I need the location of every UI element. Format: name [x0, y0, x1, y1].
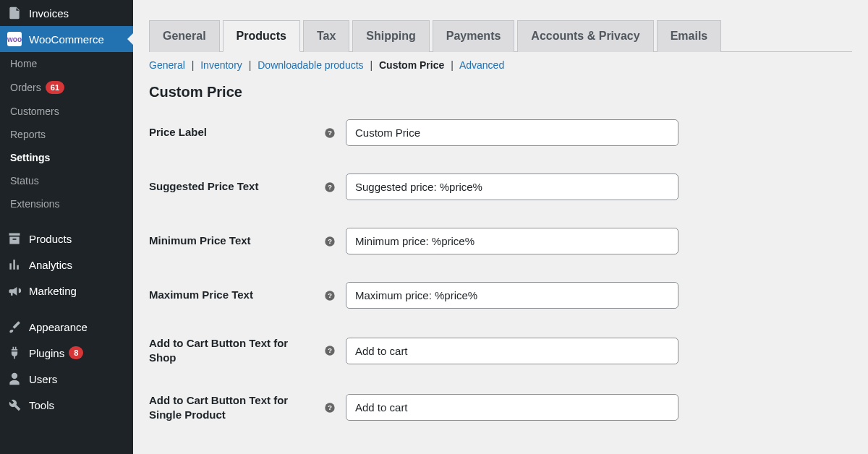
sidebar-item-analytics[interactable]: Analytics — [0, 252, 133, 278]
wrench-icon — [7, 398, 22, 412]
sidebar-label: Products — [29, 233, 72, 245]
sidebar-item-tools[interactable]: Tools — [0, 392, 133, 418]
label-add-to-cart-single: Add to Cart Button Text for Single Produ… — [149, 393, 323, 423]
settings-tabs: General Products Tax Shipping Payments A… — [149, 0, 852, 52]
sidebar-item-extensions[interactable]: Extensions — [0, 192, 133, 215]
sidebar-label: Status — [10, 175, 39, 187]
orders-count-badge: 61 — [46, 81, 64, 94]
tab-tax[interactable]: Tax — [303, 20, 349, 52]
row-minimum-price-text: Minimum Price Text ? — [149, 228, 852, 254]
user-icon — [7, 372, 22, 386]
svg-text:?: ? — [328, 292, 332, 299]
subnav-general[interactable]: General — [149, 59, 185, 71]
megaphone-icon — [7, 283, 22, 298]
products-subnav: General | Inventory | Downloadable produ… — [149, 52, 852, 84]
sidebar-item-orders[interactable]: Orders 61 — [0, 75, 133, 100]
svg-text:?: ? — [328, 348, 332, 355]
sidebar-label: Extensions — [10, 198, 59, 210]
input-maximum-price-text[interactable] — [346, 282, 678, 309]
sidebar-item-invoices[interactable]: Invoices — [0, 0, 133, 26]
sidebar-item-status[interactable]: Status — [0, 169, 133, 192]
sidebar-item-woocommerce[interactable]: woo WooCommerce — [0, 26, 133, 52]
tab-emails[interactable]: Emails — [657, 20, 722, 52]
subnav-inventory[interactable]: Inventory — [200, 59, 242, 71]
invoice-icon — [7, 6, 22, 20]
label-add-to-cart-shop: Add to Cart Button Text for Shop — [149, 336, 323, 366]
help-icon[interactable]: ? — [323, 402, 337, 414]
help-icon[interactable]: ? — [323, 181, 337, 193]
help-icon[interactable]: ? — [323, 290, 337, 301]
sidebar-item-reports[interactable]: Reports — [0, 123, 133, 146]
main-content: General Products Tax Shipping Payments A… — [133, 0, 868, 454]
row-maximum-price-text: Maximum Price Text ? — [149, 282, 852, 309]
sidebar-label: Tools — [29, 399, 54, 411]
help-icon[interactable]: ? — [323, 127, 337, 139]
sidebar-label: Marketing — [29, 285, 77, 297]
help-icon[interactable]: ? — [323, 345, 337, 356]
label-minimum-price-text: Minimum Price Text — [149, 234, 323, 248]
input-minimum-price-text[interactable] — [346, 228, 678, 254]
sidebar-label: WooCommerce — [29, 33, 104, 46]
plug-icon — [7, 346, 22, 360]
admin-sidebar: Invoices woo WooCommerce Home Orders 61 … — [0, 0, 133, 454]
separator: | — [451, 59, 454, 71]
subnav-advanced[interactable]: Advanced — [459, 59, 504, 71]
chart-bar-icon — [7, 257, 22, 272]
sidebar-item-customers[interactable]: Customers — [0, 100, 133, 123]
tab-shipping[interactable]: Shipping — [352, 20, 429, 52]
row-suggested-price-text: Suggested Price Text ? — [149, 174, 852, 200]
tab-payments[interactable]: Payments — [433, 20, 515, 52]
help-icon[interactable]: ? — [323, 236, 337, 247]
sidebar-item-settings[interactable]: Settings — [0, 146, 133, 169]
input-add-to-cart-single[interactable] — [346, 394, 678, 421]
sidebar-label: Invoices — [29, 7, 69, 20]
tab-accounts-privacy[interactable]: Accounts & Privacy — [517, 20, 653, 52]
section-title: Custom Price — [149, 84, 852, 100]
input-suggested-price-text[interactable] — [346, 174, 678, 200]
sidebar-label: Appearance — [29, 321, 88, 333]
subnav-custom-price[interactable]: Custom Price — [379, 59, 444, 71]
sidebar-label: Orders — [10, 82, 41, 93]
row-add-to-cart-single: Add to Cart Button Text for Single Produ… — [149, 393, 852, 423]
input-add-to-cart-shop[interactable] — [346, 338, 678, 364]
label-maximum-price-text: Maximum Price Text — [149, 288, 323, 302]
sidebar-item-appearance[interactable]: Appearance — [0, 314, 133, 340]
sidebar-label: Settings — [10, 152, 50, 163]
input-price-label[interactable] — [346, 119, 678, 146]
sidebar-item-home[interactable]: Home — [0, 52, 133, 75]
row-add-to-cart-shop: Add to Cart Button Text for Shop ? — [149, 336, 852, 366]
sidebar-label: Reports — [10, 129, 46, 140]
sidebar-item-marketing[interactable]: Marketing — [0, 278, 133, 304]
sidebar-label: Analytics — [29, 259, 72, 271]
woocommerce-icon: woo — [7, 32, 22, 46]
svg-text:?: ? — [328, 184, 332, 191]
sidebar-label: Customers — [10, 106, 59, 117]
sidebar-item-users[interactable]: Users — [0, 366, 133, 392]
sidebar-item-products[interactable]: Products — [0, 226, 133, 252]
sidebar-item-plugins[interactable]: Plugins 8 — [0, 340, 133, 366]
separator: | — [192, 59, 195, 71]
tab-products[interactable]: Products — [223, 20, 300, 52]
archive-icon — [7, 231, 22, 246]
sidebar-label: Plugins — [29, 347, 64, 359]
plugins-count-badge: 8 — [69, 346, 83, 359]
label-price-label: Price Label — [149, 125, 323, 140]
svg-text:?: ? — [328, 129, 332, 137]
brush-icon — [7, 320, 22, 334]
sidebar-label: Home — [10, 58, 37, 69]
row-price-label: Price Label ? — [149, 119, 852, 146]
svg-text:?: ? — [328, 404, 332, 411]
separator: | — [370, 59, 373, 71]
svg-text:?: ? — [328, 238, 332, 245]
separator: | — [249, 59, 252, 71]
subnav-downloadable[interactable]: Downloadable products — [258, 59, 363, 71]
tab-general[interactable]: General — [149, 20, 220, 52]
sidebar-label: Users — [29, 373, 57, 385]
label-suggested-price-text: Suggested Price Text — [149, 179, 323, 194]
